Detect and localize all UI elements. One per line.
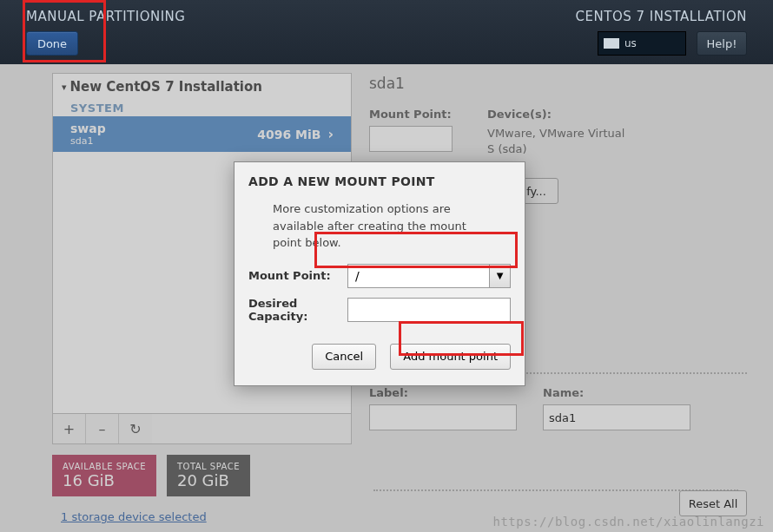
add-partition-button[interactable]: + [53,414,86,443]
devices-label: Device(s): [487,108,635,121]
watermark-text: https://blog.csdn.net/xiaolinlangzi [492,515,764,529]
label-input[interactable] [369,404,517,430]
total-space-value: 20 GiB [177,471,240,489]
done-button[interactable]: Done [26,31,78,56]
dialog-title: ADD A NEW MOUNT POINT [248,174,511,188]
available-space-value: 16 GiB [63,471,146,489]
name-label: Name: [543,386,690,399]
dialog-mount-dropdown-button[interactable]: ▼ [490,264,511,288]
devices-text: VMware, VMware Virtual S (sda) [487,126,635,157]
available-space-label: AVAILABLE SPACE [63,462,146,471]
keyboard-indicator[interactable]: us [598,31,686,56]
top-bar: MANUAL PARTITIONING Done CENTOS 7 INSTAL… [0,0,773,64]
page-title: MANUAL PARTITIONING [26,9,185,24]
dialog-mount-label: Mount Point: [248,269,347,282]
dialog-capacity-label: Desired Capacity: [248,297,347,323]
reload-button[interactable]: ↻ [119,414,152,443]
dialog-description: More customization options are available… [273,200,499,252]
tree-header[interactable]: ▾ New CentOS 7 Installation [53,74,351,100]
add-mount-point-button[interactable]: Add mount point [390,344,511,370]
cancel-button[interactable]: Cancel [312,344,376,370]
partition-toolbar: + – ↻ [52,414,352,444]
partition-name: swap [70,122,106,135]
total-space-label: TOTAL SPACE [177,462,240,471]
details-title: sda1 [369,75,747,92]
name-input[interactable] [543,404,690,430]
mount-point-label: Mount Point: [369,108,453,121]
label-label: Label: [369,386,517,399]
total-space-box: TOTAL SPACE 20 GiB [167,455,250,496]
remove-partition-button[interactable]: – [86,414,119,443]
mount-point-input[interactable] [369,126,453,152]
dialog-capacity-input[interactable] [347,298,511,322]
install-title: CENTOS 7 INSTALLATION [576,9,747,24]
partition-size: 4096 MiB [257,128,320,141]
available-space-box: AVAILABLE SPACE 16 GiB [52,455,156,496]
reset-all-button[interactable]: Reset All [679,490,747,516]
tree-header-label: New CentOS 7 Installation [70,79,262,95]
dialog-mount-input[interactable] [347,264,490,288]
partition-device: sda1 [70,135,106,147]
system-section-label: SYSTEM [53,100,351,116]
partition-row-swap[interactable]: swap sda1 4096 MiB › [53,116,351,152]
help-button[interactable]: Help! [697,31,747,56]
keyboard-layout-label: us [624,37,637,49]
storage-devices-link[interactable]: 1 storage device selected [52,510,352,523]
add-mount-point-dialog: ADD A NEW MOUNT POINT More customization… [234,161,525,386]
collapse-arrow-icon: ▾ [62,82,67,93]
keyboard-icon [604,38,619,49]
chevron-right-icon: › [327,126,334,142]
